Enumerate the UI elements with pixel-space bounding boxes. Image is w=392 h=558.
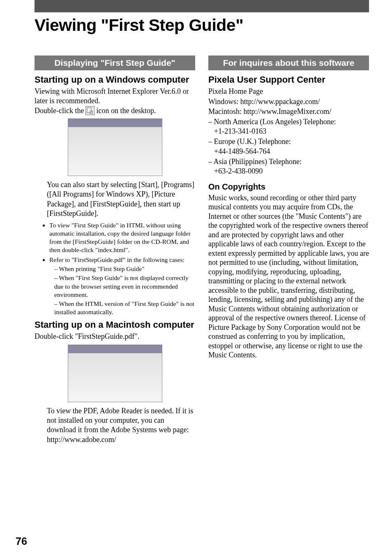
- text-fragment: Double-click the: [35, 107, 84, 115]
- content-columns: Displaying "First Step Guide" Starting u…: [0, 35, 392, 447]
- header-accent-bar: [35, 0, 369, 12]
- link-adobe: http://www.adobe.com/: [47, 435, 116, 444]
- text-pixela-home: Pixela Home Page: [208, 87, 369, 96]
- region-na-number: +1-213-341-0163: [214, 127, 266, 135]
- heading-pixela: Pixela User Support Center: [208, 74, 369, 85]
- text-adobe-body: To view the PDF, Adobe Reader is needed.…: [47, 407, 193, 434]
- region-eu: Europe (U.K.) Telephone: +44-1489-564-76…: [208, 137, 369, 156]
- first-step-guide-shortcut-icon: [85, 106, 95, 115]
- text-pixela-mac: Macintosh: http://www.ImageMixer.com/: [208, 107, 369, 116]
- heading-macintosh: Starting up on a Macintosh computer: [35, 320, 195, 330]
- dash-list: When printing "First Step Guide" When "F…: [54, 265, 195, 316]
- page-title: Viewing "First Step Guide": [35, 16, 392, 35]
- region-na: North America (Los Angeles) Telephone: +…: [208, 117, 369, 137]
- bullet-pdf-cases: Refer to "FirstStepGuide.pdf" in the fol…: [49, 256, 195, 316]
- text-ie-recommended: Viewing with Microsoft Internet Explorer…: [35, 87, 195, 105]
- bullet-list: To view "First Step Guide" in HTML witho…: [49, 221, 195, 317]
- right-column: For inquires about this software Pixela …: [208, 56, 369, 447]
- dash-not-installed: When the HTML version of "First Step Gui…: [54, 300, 195, 316]
- dash-browser: When "First Step Guide" is not displayed…: [54, 274, 195, 299]
- bullet-pdf-cases-label: Refer to "FirstStepGuide.pdf" in the fol…: [49, 256, 184, 263]
- text-start-menu-path: You can also start by selecting [Start],…: [47, 180, 195, 219]
- section-banner-displaying: Displaying "First Step Guide": [35, 56, 195, 70]
- text-mac-doubleclick: Double-click "FirstStepGuide.pdf".: [35, 332, 195, 341]
- region-eu-number: +44-1489-564-764: [214, 147, 270, 155]
- text-pixela-windows: Windows: http://www.ppackage.com/: [208, 97, 369, 107]
- region-phone-list: North America (Los Angeles) Telephone: +…: [208, 117, 369, 176]
- heading-copyrights: On Copyrights: [208, 182, 369, 192]
- screenshot-mac-pdf: [68, 345, 162, 402]
- text-doubleclick-icon: Double-click the icon on the desktop.: [35, 106, 195, 115]
- text-adobe-reader: To view the PDF, Adobe Reader is needed.…: [47, 406, 195, 445]
- region-asia-label: Asia (Philippines) Telephone:: [208, 157, 302, 166]
- region-asia: Asia (Philippines) Telephone: +63-2-438-…: [208, 157, 369, 176]
- bullet-html-install: To view "First Step Guide" in HTML witho…: [49, 221, 195, 255]
- dash-printing: When printing "First Step Guide": [54, 265, 195, 273]
- screenshot-windows-help: [68, 118, 162, 176]
- heading-windows: Starting up on a Windows computer: [35, 74, 195, 85]
- page-number: 76: [16, 535, 27, 547]
- left-column: Displaying "First Step Guide" Starting u…: [35, 56, 195, 447]
- text-fragment: icon on the desktop.: [96, 107, 156, 115]
- section-banner-inquiries: For inquires about this software: [208, 56, 369, 70]
- text-copyright-body: Music works, sound recording or other th…: [208, 193, 369, 360]
- region-asia-number: +63-2-438-0090: [214, 167, 263, 175]
- region-na-label: North America (Los Angeles) Telephone:: [208, 118, 336, 126]
- region-eu-label: Europe (U.K.) Telephone:: [208, 137, 291, 146]
